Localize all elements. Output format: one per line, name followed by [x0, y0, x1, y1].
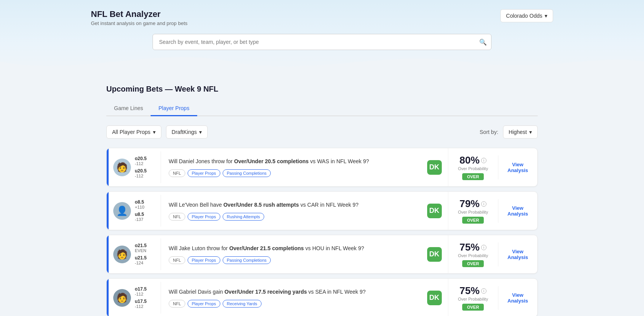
- info-icon[interactable]: i: [481, 245, 486, 250]
- search-button[interactable]: 🔍: [479, 38, 487, 46]
- sort-label: Sort by:: [480, 129, 498, 135]
- probability-section: 75% i Over Probability OVER: [448, 235, 498, 273]
- prob-row: 75% i: [456, 285, 490, 297]
- bet-tag[interactable]: Player Props: [188, 169, 220, 177]
- bet-tag[interactable]: Player Props: [188, 256, 220, 264]
- bet-question: Will Gabriel Davis gain Over/Under 17.5 …: [169, 288, 413, 296]
- tab-game-lines[interactable]: Game Lines: [106, 101, 151, 116]
- header-section: NFL Bet Analyzer Get instant analysis on…: [0, 0, 644, 73]
- bet-card: 🧑 o17.5 -112 u17.5 -112 Will Gabriel Dav…: [106, 278, 538, 316]
- recommendation-badge: OVER: [462, 260, 483, 267]
- probability-label: Over Probability: [456, 253, 490, 258]
- under-odds: -112: [135, 174, 156, 179]
- bets-list: 🧑 o20.5 -112 u20.5 -112 Will Daniel Jone…: [106, 148, 538, 316]
- app-subtitle: Get instant analysis on game and prop be…: [91, 20, 188, 26]
- sportsbook-filter-label: DraftKings: [172, 129, 197, 135]
- bet-info: Will Le'Veon Bell have Over/Under 8.5 ru…: [161, 195, 421, 227]
- player-avatar: 🧑: [113, 289, 131, 307]
- under-odds-item: u17.5 -112: [135, 299, 156, 309]
- draftkings-icon: DK: [427, 160, 442, 175]
- view-analysis-section: ViewAnalysis: [498, 199, 537, 223]
- app-title: NFL Bet Analyzer: [91, 9, 188, 19]
- bet-info: Will Daniel Jones throw for Over/Under 2…: [161, 151, 421, 183]
- prob-row: 79% i: [456, 198, 490, 210]
- search-container: 🔍: [153, 34, 491, 50]
- view-analysis-button[interactable]: ViewAnalysis: [508, 205, 528, 217]
- sort-dropdown[interactable]: Highest ▾: [503, 125, 538, 139]
- bet-tag[interactable]: NFL: [169, 256, 185, 264]
- bet-question: Will Daniel Jones throw for Over/Under 2…: [169, 157, 413, 166]
- odds-dropdown[interactable]: Colorado Odds ▾: [500, 9, 553, 22]
- sportsbook-logo: DK: [421, 160, 448, 175]
- bet-tag[interactable]: Player Props: [188, 213, 220, 221]
- player-avatar: 🧑: [113, 246, 131, 263]
- tab-player-props[interactable]: Player Props: [151, 101, 197, 116]
- over-odds: +110: [135, 205, 156, 210]
- bet-tag[interactable]: Player Props: [188, 300, 220, 308]
- player-avatar: 👤: [113, 202, 131, 220]
- recommendation-badge: OVER: [462, 217, 483, 224]
- view-analysis-button[interactable]: ViewAnalysis: [508, 249, 528, 260]
- bet-card: 👤 o8.5 +110 u8.5 -137 Will Le'Veon Bell …: [106, 191, 538, 230]
- probability-label: Over Probability: [456, 297, 490, 301]
- info-icon[interactable]: i: [481, 158, 486, 163]
- player-section: 👤 o8.5 +110 u8.5 -137: [109, 193, 161, 228]
- under-line: u17.5: [135, 299, 156, 304]
- bet-question-bold: Over/Under 8.5 rush attempts: [223, 202, 299, 208]
- under-odds-item: u21.5 -124: [135, 255, 156, 266]
- bet-tags: NFLPlayer PropsReceiving Yards: [169, 300, 413, 308]
- over-line: o8.5: [135, 199, 156, 205]
- over-odds: EVEN: [135, 248, 156, 253]
- under-line: u21.5: [135, 255, 156, 261]
- under-odds-item: u8.5 -137: [135, 212, 156, 222]
- sportsbook-logo: DK: [421, 204, 448, 218]
- tabs-container: Game Lines Player Props: [106, 101, 538, 116]
- bet-tag[interactable]: Receiving Yards: [223, 300, 262, 308]
- odds-stack: o8.5 +110 u8.5 -137: [135, 199, 156, 222]
- props-filter-label: All Player Props: [112, 129, 151, 135]
- info-icon[interactable]: i: [481, 201, 486, 207]
- player-section: 🧑 o21.5 EVEN u21.5 -124: [109, 237, 161, 272]
- bet-card: 🧑 o20.5 -112 u20.5 -112 Will Daniel Jone…: [106, 148, 538, 187]
- draftkings-icon: DK: [427, 291, 442, 305]
- view-analysis-section: ViewAnalysis: [498, 242, 537, 266]
- under-odds: -112: [135, 304, 156, 309]
- prob-row: 75% i: [456, 241, 490, 253]
- sort-value: Highest: [509, 129, 527, 135]
- probability-label: Over Probability: [456, 210, 490, 214]
- bet-tag[interactable]: Rushing Attempts: [223, 213, 264, 221]
- view-analysis-button[interactable]: ViewAnalysis: [508, 162, 528, 173]
- sort-chevron-icon: ▾: [529, 129, 532, 135]
- info-icon[interactable]: i: [481, 288, 486, 294]
- props-filter-dropdown[interactable]: All Player Props ▾: [106, 125, 161, 139]
- filters-row: All Player Props ▾ DraftKings ▾ Sort by:…: [106, 125, 538, 139]
- prob-row: 80% i: [456, 154, 490, 166]
- view-analysis-button[interactable]: ViewAnalysis: [508, 292, 528, 304]
- bet-tags: NFLPlayer PropsRushing Attempts: [169, 213, 413, 221]
- probability-value: 75%: [460, 241, 480, 253]
- search-icon: 🔍: [479, 39, 487, 45]
- probability-section: 75% i Over Probability OVER: [448, 279, 498, 316]
- bet-tag[interactable]: NFL: [169, 169, 185, 177]
- draftkings-icon: DK: [427, 204, 442, 218]
- bet-tag[interactable]: NFL: [169, 213, 185, 221]
- bet-question: Will Le'Veon Bell have Over/Under 8.5 ru…: [169, 201, 413, 209]
- over-odds-item: o8.5 +110: [135, 199, 156, 210]
- odds-chevron-icon: ▾: [545, 13, 547, 19]
- under-line: u8.5: [135, 212, 156, 217]
- bet-info: Will Jake Luton throw for Over/Under 21.…: [161, 238, 421, 270]
- bet-tag[interactable]: NFL: [169, 300, 185, 308]
- probability-section: 80% i Over Probability OVER: [448, 148, 498, 186]
- over-odds-item: o20.5 -112: [135, 156, 156, 167]
- bet-tag[interactable]: Passing Completions: [223, 169, 271, 177]
- search-input[interactable]: [153, 34, 491, 50]
- bet-question: Will Jake Luton throw for Over/Under 21.…: [169, 244, 413, 252]
- over-odds: -112: [135, 292, 156, 297]
- bet-tags: NFLPlayer PropsPassing Completions: [169, 256, 413, 264]
- sportsbook-filter-dropdown[interactable]: DraftKings ▾: [166, 125, 208, 139]
- over-odds-item: o17.5 -112: [135, 286, 156, 297]
- sportsbook-filter-chevron-icon: ▾: [199, 129, 202, 135]
- over-line: o17.5: [135, 286, 156, 292]
- bet-tag[interactable]: Passing Completions: [223, 256, 271, 264]
- recommendation-badge: OVER: [462, 304, 483, 311]
